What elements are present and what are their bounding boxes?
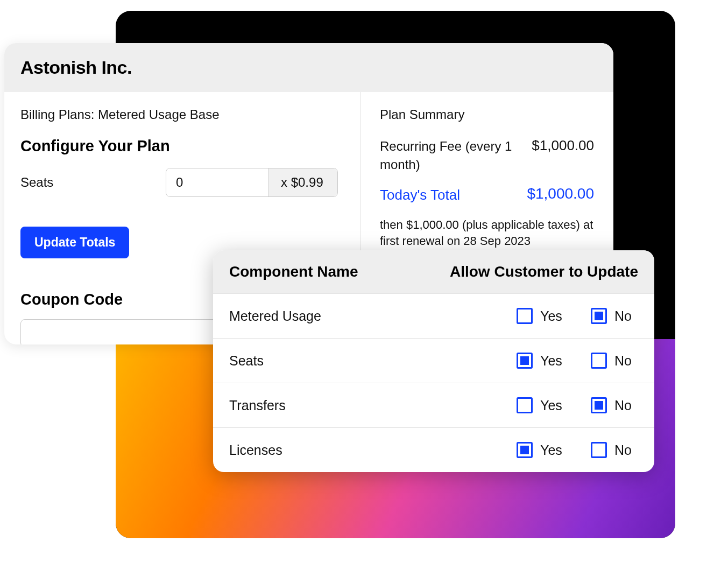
yes-label: Yes — [540, 398, 564, 413]
checkbox-icon[interactable] — [591, 353, 607, 369]
recurring-fee-row: Recurring Fee (every 1 month) $1,000.00 — [380, 137, 594, 173]
todays-total-label: Today's Total — [380, 185, 460, 205]
yes-option[interactable]: Yes — [517, 308, 564, 324]
update-totals-button[interactable]: Update Totals — [20, 227, 129, 258]
recurring-fee-label: Recurring Fee (every 1 month) — [380, 137, 532, 173]
table-row: LicensesYesNo — [213, 427, 654, 472]
seats-input[interactable] — [166, 168, 268, 196]
table-row: SeatsYesNo — [213, 338, 654, 383]
company-name: Astonish Inc. — [20, 57, 597, 78]
component-table: Component Name Allow Customer to Update … — [213, 250, 654, 472]
billing-panel-header: Astonish Inc. — [4, 43, 613, 92]
checkbox-icon[interactable] — [591, 308, 607, 324]
option-group: YesNo — [517, 442, 638, 458]
seats-input-group: x $0.99 — [166, 168, 338, 197]
no-label: No — [614, 353, 638, 369]
checkbox-icon[interactable] — [517, 353, 533, 369]
yes-label: Yes — [540, 353, 564, 369]
component-table-header: Component Name Allow Customer to Update — [213, 250, 654, 293]
allow-update-header: Allow Customer to Update — [450, 263, 638, 280]
recurring-fee-value: $1,000.00 — [532, 137, 594, 154]
no-label: No — [614, 442, 638, 458]
billing-plan-label: Billing Plans: Metered Usage Base — [20, 107, 344, 122]
checkbox-icon[interactable] — [517, 442, 533, 458]
table-row: Metered UsageYesNo — [213, 293, 654, 338]
table-row: TransfersYesNo — [213, 383, 654, 427]
option-group: YesNo — [517, 308, 638, 324]
component-name: Transfers — [229, 398, 517, 413]
configure-heading: Configure Your Plan — [20, 137, 344, 155]
no-option[interactable]: No — [591, 397, 638, 413]
option-group: YesNo — [517, 397, 638, 413]
plan-summary-heading: Plan Summary — [380, 107, 594, 122]
yes-option[interactable]: Yes — [517, 397, 564, 413]
component-name: Licenses — [229, 442, 517, 458]
todays-total-row: Today's Total $1,000.00 — [380, 185, 594, 205]
yes-label: Yes — [540, 308, 564, 324]
checkbox-icon[interactable] — [591, 397, 607, 413]
checkbox-icon[interactable] — [517, 397, 533, 413]
component-name: Seats — [229, 353, 517, 369]
option-group: YesNo — [517, 353, 638, 369]
no-label: No — [614, 308, 638, 324]
no-option[interactable]: No — [591, 353, 638, 369]
yes-option[interactable]: Yes — [517, 442, 564, 458]
renewal-note: then $1,000.00 (plus applicable taxes) a… — [380, 217, 594, 250]
seats-label: Seats — [20, 175, 155, 190]
no-option[interactable]: No — [591, 442, 638, 458]
yes-label: Yes — [540, 442, 564, 458]
seats-unit-price: x $0.99 — [268, 168, 337, 196]
yes-option[interactable]: Yes — [517, 353, 564, 369]
checkbox-icon[interactable] — [517, 308, 533, 324]
component-name: Metered Usage — [229, 308, 517, 324]
todays-total-value: $1,000.00 — [527, 185, 594, 202]
component-name-header: Component Name — [229, 263, 450, 280]
no-label: No — [614, 398, 638, 413]
no-option[interactable]: No — [591, 308, 638, 324]
checkbox-icon[interactable] — [591, 442, 607, 458]
seats-row: Seats x $0.99 — [20, 168, 344, 197]
